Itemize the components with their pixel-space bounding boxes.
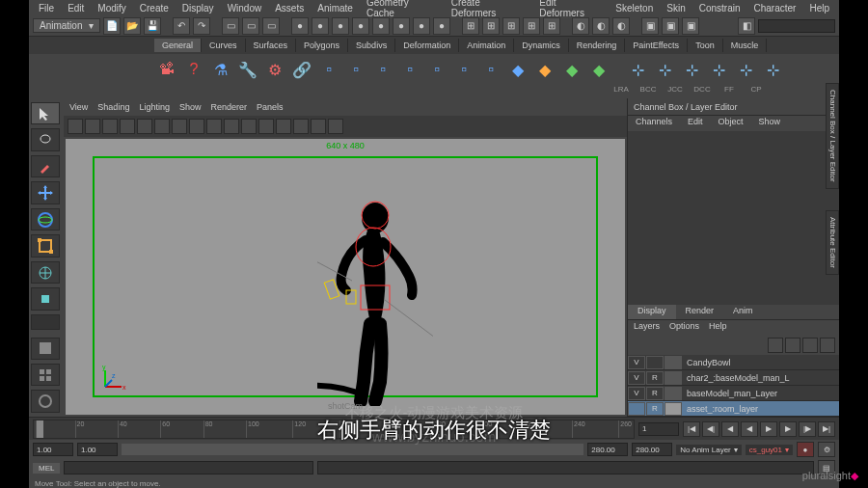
new-layer-assign-icon[interactable] bbox=[820, 338, 835, 353]
snap-point-icon[interactable]: ⊞ bbox=[502, 17, 520, 35]
panel-menu-item[interactable]: Renderer bbox=[210, 102, 247, 112]
four-view-icon[interactable] bbox=[31, 364, 60, 386]
last-tool[interactable] bbox=[31, 314, 60, 330]
shelf-button[interactable]: ⊹ bbox=[706, 57, 731, 82]
viewport-icon[interactable] bbox=[311, 119, 326, 134]
vtab-attribute-editor[interactable]: Attribute Editor bbox=[826, 210, 839, 275]
shelf-button[interactable]: ◆ bbox=[559, 57, 584, 82]
viewport[interactable]: 640 x 480 bbox=[66, 139, 625, 415]
new-scene-icon[interactable]: 📄 bbox=[103, 17, 121, 35]
snap-plane-icon[interactable]: ⊞ bbox=[523, 17, 540, 35]
current-frame-field[interactable]: 1 bbox=[638, 422, 679, 436]
layer-vis-toggle[interactable]: V bbox=[628, 356, 645, 369]
layout-icon[interactable] bbox=[31, 390, 60, 412]
camera-select-icon[interactable] bbox=[68, 119, 83, 134]
shadows-icon[interactable] bbox=[258, 119, 274, 134]
layer-type-toggle[interactable]: R bbox=[646, 371, 664, 385]
shelf-button[interactable]: ▫ bbox=[424, 57, 449, 82]
move-tool[interactable] bbox=[31, 181, 60, 203]
shelf-tab[interactable]: PaintEffects bbox=[625, 39, 688, 52]
layer-row[interactable]: V R char2_:baseModel_man_L bbox=[628, 370, 839, 386]
image-plane-icon[interactable] bbox=[102, 119, 118, 134]
layer-row[interactable]: R asset_:room_layer bbox=[628, 401, 839, 417]
shelf-button[interactable]: ▫ bbox=[343, 57, 368, 82]
layer-color-swatch[interactable] bbox=[665, 387, 682, 400]
grid-icon[interactable] bbox=[120, 119, 135, 134]
shelf-button[interactable]: ▫ bbox=[316, 57, 341, 82]
shelf-tab[interactable]: Animation bbox=[459, 39, 514, 52]
single-view-icon[interactable] bbox=[31, 338, 60, 360]
paint-select-tool[interactable] bbox=[31, 155, 60, 177]
shelf-button[interactable]: ⊹ bbox=[625, 57, 650, 82]
shelf-tab[interactable]: Polygons bbox=[296, 39, 348, 52]
anim-end-field[interactable]: 280.00 bbox=[632, 443, 672, 456]
layer-vis-toggle[interactable]: V bbox=[628, 387, 645, 400]
select-obj-icon[interactable]: ▭ bbox=[242, 17, 259, 35]
select-hier-icon[interactable]: ▭ bbox=[222, 17, 239, 35]
play-back-button[interactable]: ◀ bbox=[741, 421, 758, 437]
layer-tab[interactable]: Anim bbox=[723, 305, 763, 319]
channel-menu-item[interactable]: Object bbox=[711, 116, 751, 131]
vtab-channel-box[interactable]: Channel Box / Layer Editor bbox=[826, 83, 839, 189]
next-key-button[interactable]: ▶ bbox=[779, 421, 797, 437]
menu-item[interactable]: Skeleton bbox=[610, 2, 659, 14]
menu-item[interactable]: Skin bbox=[661, 2, 691, 14]
shelf-button[interactable]: ▫ bbox=[478, 57, 503, 82]
isolate-icon[interactable] bbox=[276, 119, 291, 134]
render-icon[interactable]: ▣ bbox=[641, 17, 659, 35]
mask-icon[interactable]: ● bbox=[433, 17, 450, 35]
wireframe-icon[interactable] bbox=[189, 119, 204, 134]
shelf-button[interactable]: 📽 bbox=[154, 57, 179, 82]
menuset-dropdown[interactable]: Animation ▾ bbox=[33, 18, 100, 33]
save-scene-icon[interactable]: 💾 bbox=[144, 17, 161, 35]
snap-live-icon[interactable]: ⊞ bbox=[543, 17, 560, 35]
layer-type-toggle[interactable] bbox=[646, 356, 664, 369]
shelf-button[interactable]: 🔧 bbox=[235, 57, 260, 82]
panel-menu-item[interactable]: View bbox=[69, 102, 88, 112]
layer-tab[interactable]: Display bbox=[628, 305, 676, 319]
snap-grid-icon[interactable]: ⊞ bbox=[462, 17, 479, 35]
mask-icon[interactable]: ● bbox=[312, 17, 329, 35]
layer-type-toggle[interactable]: R bbox=[646, 402, 664, 416]
prefs-button[interactable]: ⚙ bbox=[818, 442, 835, 457]
playback-end-field[interactable]: 280.00 bbox=[587, 443, 628, 456]
playback-start-field[interactable]: 1.00 bbox=[77, 443, 118, 456]
menu-item[interactable]: Edit bbox=[62, 2, 90, 14]
viewport-icon[interactable] bbox=[328, 119, 343, 134]
menu-item[interactable]: Window bbox=[222, 2, 268, 14]
shelf-tab[interactable]: Deformation bbox=[395, 39, 459, 52]
range-bar[interactable] bbox=[122, 444, 583, 455]
shelf-button[interactable]: ◆ bbox=[532, 57, 557, 82]
res-gate-icon[interactable] bbox=[154, 119, 170, 134]
layer-color-swatch[interactable] bbox=[665, 356, 682, 369]
layer-color-swatch[interactable] bbox=[665, 371, 682, 385]
channel-menu-item[interactable]: Channels bbox=[628, 116, 680, 131]
history-icon[interactable]: ◐ bbox=[592, 17, 610, 35]
mask-icon[interactable]: ● bbox=[413, 17, 430, 35]
anim-start-field[interactable]: 1.00 bbox=[33, 443, 73, 456]
mask-icon[interactable]: ● bbox=[332, 17, 349, 35]
history-icon[interactable]: ◐ bbox=[612, 17, 630, 35]
select-comp-icon[interactable]: ▭ bbox=[262, 17, 280, 35]
soft-mod-tool[interactable] bbox=[31, 287, 60, 310]
menu-item[interactable]: Animate bbox=[312, 2, 359, 14]
cmd-lang-dropdown[interactable]: MEL bbox=[33, 463, 60, 474]
shelf-button[interactable]: ⚙ bbox=[262, 57, 287, 82]
layer-color-swatch[interactable] bbox=[665, 402, 682, 416]
shelf-button[interactable]: ⊹ bbox=[652, 57, 677, 82]
step-fwd-button[interactable]: |▶ bbox=[799, 421, 816, 437]
quick-input[interactable] bbox=[758, 19, 835, 33]
step-back-button[interactable]: ◀| bbox=[702, 421, 719, 437]
menu-item[interactable]: Display bbox=[176, 2, 220, 14]
shelf-button[interactable]: ▫ bbox=[397, 57, 422, 82]
shelf-tab[interactable]: Dynamics bbox=[514, 39, 569, 52]
history-icon[interactable]: ◐ bbox=[572, 17, 589, 35]
shelf-button[interactable]: 🔗 bbox=[289, 57, 314, 82]
shelf-button[interactable]: ◆ bbox=[505, 57, 530, 82]
panel-menu-item[interactable]: Panels bbox=[257, 102, 284, 112]
panel-menu-item[interactable]: Shading bbox=[97, 102, 129, 112]
anim-layer-dropdown[interactable]: No Anim Layer ▾ bbox=[676, 445, 741, 455]
go-start-button[interactable]: |◀ bbox=[683, 421, 700, 437]
mask-icon[interactable]: ● bbox=[352, 17, 369, 35]
mask-icon[interactable]: ● bbox=[393, 17, 410, 35]
